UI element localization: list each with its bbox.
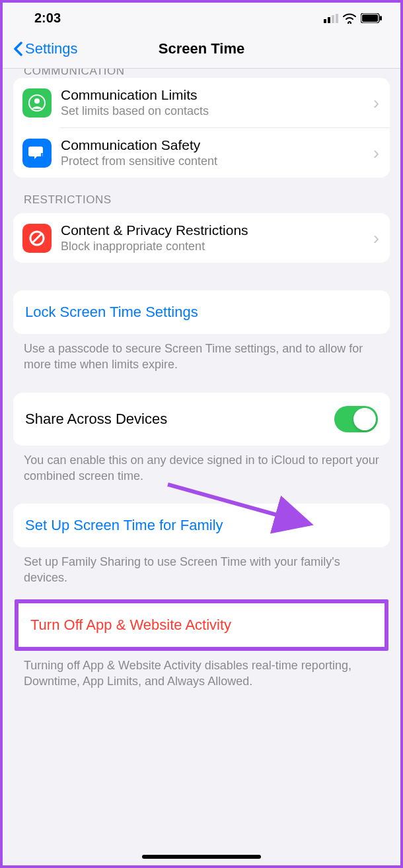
svg-rect-0 xyxy=(324,19,326,23)
row-lock-settings[interactable]: Lock Screen Time Settings xyxy=(13,290,390,334)
chevron-right-icon: › xyxy=(373,228,379,249)
row-communication-limits[interactable]: Communication Limits Set limits based on… xyxy=(13,78,390,127)
row-turn-off-activity[interactable]: Turn Off App & Website Activity xyxy=(18,603,385,647)
row-title: Set Up Screen Time for Family xyxy=(25,517,223,534)
row-subtitle: Block inappropriate content xyxy=(61,240,364,253)
row-family[interactable]: Set Up Screen Time for Family xyxy=(13,504,390,547)
footer-share: You can enable this on any device signed… xyxy=(3,446,400,484)
svg-rect-2 xyxy=(332,15,334,23)
svg-line-12 xyxy=(32,234,42,243)
chevron-right-icon: › xyxy=(373,143,379,164)
status-icons xyxy=(324,13,382,24)
footer-family: Set up Family Sharing to use Screen Time… xyxy=(3,547,400,586)
row-subtitle: Set limits based on contacts xyxy=(61,104,364,118)
group-family: Set Up Screen Time for Family xyxy=(13,504,390,547)
footer-lock: Use a passcode to secure Screen Time set… xyxy=(3,334,400,373)
section-header-restrictions: RESTRICTIONS xyxy=(3,178,400,213)
svg-point-8 xyxy=(34,98,40,104)
group-lock: Lock Screen Time Settings xyxy=(13,290,390,334)
cellular-icon xyxy=(324,14,338,23)
home-indicator xyxy=(142,855,261,859)
row-title: Lock Screen Time Settings xyxy=(25,304,198,321)
row-share-devices[interactable]: Share Across Devices xyxy=(13,393,390,446)
chevron-right-icon: › xyxy=(373,92,379,114)
status-time: 2:03 xyxy=(34,11,61,26)
status-bar: 2:03 xyxy=(3,3,400,31)
battery-icon xyxy=(361,13,382,23)
row-subtitle: Protect from sensitive content xyxy=(61,154,364,168)
chat-warn-icon: ! xyxy=(22,139,52,168)
row-title: Communication Safety xyxy=(61,137,364,153)
row-content-privacy[interactable]: Content & Privacy Restrictions Block ina… xyxy=(13,213,390,263)
row-title: Share Across Devices xyxy=(25,411,167,428)
no-sign-icon xyxy=(22,224,52,253)
svg-rect-1 xyxy=(328,17,330,23)
svg-rect-3 xyxy=(336,14,338,23)
svg-rect-6 xyxy=(380,16,382,20)
svg-rect-5 xyxy=(362,15,378,22)
chevron-left-icon xyxy=(13,42,22,56)
row-title: Content & Privacy Restrictions xyxy=(61,222,364,238)
contacts-icon xyxy=(22,88,52,117)
row-title: Communication Limits xyxy=(61,87,364,103)
group-share: Share Across Devices xyxy=(13,393,390,446)
group-communication: Communication Limits Set limits based on… xyxy=(13,78,390,178)
nav-bar: Settings Screen Time xyxy=(3,31,400,69)
row-communication-safety[interactable]: ! Communication Safety Protect from sens… xyxy=(13,128,390,178)
back-button[interactable]: Settings xyxy=(13,40,78,57)
row-title: Turn Off App & Website Activity xyxy=(30,617,231,634)
back-label: Settings xyxy=(25,40,78,57)
group-turnoff: Turn Off App & Website Activity xyxy=(18,603,385,647)
annotation-highlight: Turn Off App & Website Activity xyxy=(15,599,388,651)
group-restrictions: Content & Privacy Restrictions Block ina… xyxy=(13,213,390,263)
footer-turnoff: Turning off App & Website Activity disab… xyxy=(3,651,400,690)
share-toggle[interactable] xyxy=(334,406,378,432)
wifi-icon xyxy=(342,13,357,24)
